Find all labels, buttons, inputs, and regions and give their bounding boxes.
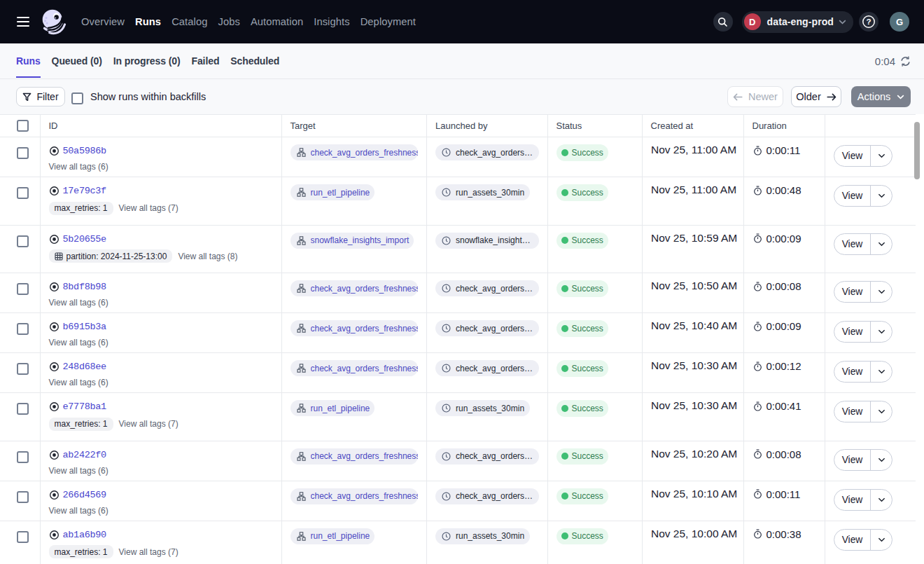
svg-text:?: ? — [866, 18, 871, 26]
